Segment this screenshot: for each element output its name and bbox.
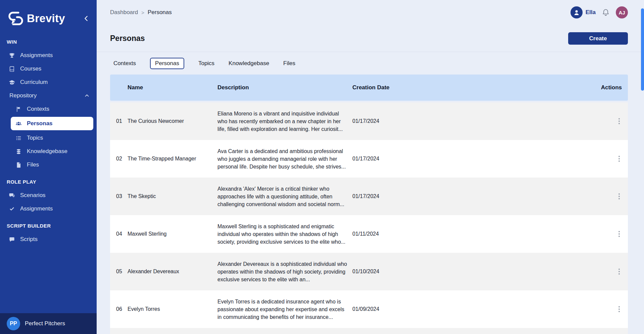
- sidebar-item-assignments[interactable]: Assignments: [0, 49, 97, 62]
- sidebar-section-label: ROLE PLAY: [0, 176, 97, 189]
- brand-name: Brevity: [27, 12, 65, 25]
- users-icon: [15, 120, 22, 127]
- app-window: Brevity WINAssignmentsCoursesCurriculumR…: [0, 0, 644, 334]
- breadcrumb: Dashboard > Personas: [110, 9, 172, 16]
- row-index: 01: [116, 118, 128, 124]
- tab-files[interactable]: Files: [283, 58, 295, 69]
- chat-icon: [9, 192, 15, 199]
- account-avatar[interactable]: AJ: [616, 6, 628, 18]
- chevron-up-icon: [84, 93, 90, 99]
- tab-contexts[interactable]: Contexts: [113, 58, 136, 69]
- brand-row: Brevity: [0, 0, 97, 28]
- sidebar-item-label: Contexts: [27, 106, 49, 112]
- row-description: Maxwell Sterling is a sophisticated and …: [217, 223, 352, 246]
- sidebar-item-personas[interactable]: Personas: [11, 117, 93, 130]
- sidebar-item-files[interactable]: Files: [0, 158, 97, 172]
- table-row[interactable]: 03The SkepticAlexandra 'Alex' Mercer is …: [110, 178, 628, 215]
- row-actions-kebab-icon[interactable]: [618, 156, 622, 162]
- table-row[interactable]: 06Evelyn TorresEvelyn Torres is a dedica…: [110, 290, 628, 328]
- sidebar-item-knowledgebase[interactable]: Knowledgebase: [0, 145, 97, 158]
- row-creation-date: 01/10/2024: [352, 269, 592, 275]
- row-index: 02: [116, 156, 128, 162]
- list-icon: [15, 135, 22, 141]
- row-name: Maxwell Sterling: [128, 231, 217, 237]
- table-row[interactable]: 01The Curious NewcomerEliana Moreno is a…: [110, 102, 628, 140]
- sidebar-item-label: Scripts: [20, 236, 38, 243]
- sidebar-item-topics[interactable]: Topics: [0, 131, 97, 145]
- row-name: The Skeptic: [128, 193, 217, 199]
- main-content: Dashboard > Personas Ella AJ Personas Cr: [97, 0, 644, 334]
- notifications-button[interactable]: [602, 8, 610, 16]
- brevity-logo-icon: [7, 9, 25, 28]
- sidebar-item-label: Assignments: [20, 52, 53, 59]
- sidebar-item-label: Personas: [27, 120, 53, 127]
- sidebar-item-scenarios[interactable]: Scenarios: [0, 189, 97, 202]
- row-name: The Curious Newcomer: [128, 118, 217, 124]
- graduation-cap-icon: [9, 79, 15, 86]
- sidebar-item-label: Knowledgebase: [27, 148, 67, 155]
- sidebar-section-label: WIN: [0, 36, 97, 49]
- row-actions-kebab-icon[interactable]: [618, 231, 622, 237]
- sidebar-item-repository[interactable]: Repository: [0, 89, 97, 102]
- workspace-avatar: PP: [7, 317, 20, 330]
- table-row[interactable]: 02The Time-Strapped ManagerAva Carter is…: [110, 140, 628, 178]
- table-row-partial: [110, 328, 628, 334]
- sidebar-item-assignments[interactable]: Assignments: [0, 202, 97, 216]
- tab-personas[interactable]: Personas: [150, 58, 184, 69]
- row-description: Alexandra 'Alex' Mercer is a critical th…: [217, 185, 352, 208]
- database-icon: [15, 148, 22, 155]
- sidebar-section: WINAssignmentsCoursesCurriculumRepositor…: [0, 36, 97, 172]
- breadcrumb-dashboard-link[interactable]: Dashboard: [110, 9, 138, 16]
- sidebar-section: SCRIPT BUILDERScripts: [0, 220, 97, 246]
- row-creation-date: 01/17/2024: [352, 156, 592, 162]
- user-cluster: Ella AJ: [571, 6, 628, 18]
- title-row: Personas Create: [110, 32, 628, 45]
- row-creation-date: 01/11/2024: [352, 231, 592, 237]
- vertical-scrollbar-thumb[interactable]: [641, 8, 644, 91]
- table-row[interactable]: 04Maxwell SterlingMaxwell Sterling is a …: [110, 215, 628, 253]
- flag-icon: [15, 106, 22, 112]
- column-actions: Actions: [601, 84, 622, 91]
- sidebar-item-label: Repository: [9, 92, 37, 99]
- list-icon: [15, 135, 22, 141]
- row-actions-kebab-icon[interactable]: [618, 269, 622, 275]
- row-creation-date: 01/17/2024: [352, 193, 592, 199]
- row-index: 06: [116, 306, 128, 312]
- row-creation-date: 01/17/2024: [352, 118, 592, 124]
- table-row[interactable]: 05Alexander DevereauxAlexander Devereaux…: [110, 253, 628, 290]
- row-actions-kebab-icon[interactable]: [618, 193, 622, 199]
- sidebar-item-curriculum[interactable]: Curriculum: [0, 76, 97, 89]
- page-title: Personas: [110, 34, 145, 43]
- personas-table: Name Description Creation Date Actions 0…: [110, 75, 628, 334]
- create-button[interactable]: Create: [568, 32, 628, 45]
- topbar: Dashboard > Personas Ella AJ: [110, 0, 628, 23]
- row-actions-kebab-icon[interactable]: [618, 306, 622, 312]
- sidebar-section: ROLE PLAYScenariosAssignments: [0, 176, 97, 216]
- person-icon: [573, 8, 581, 16]
- file-icon: [15, 162, 22, 168]
- trophy-icon: [8, 52, 15, 59]
- speech-icon: [8, 236, 15, 243]
- row-name: Evelyn Torres: [128, 306, 217, 312]
- column-name: Name: [128, 84, 217, 91]
- trophy-icon: [9, 52, 15, 59]
- table-header: Name Description Creation Date Actions: [110, 75, 628, 101]
- sidebar-item-label: Assignments: [20, 205, 53, 212]
- sidebar-item-scripts[interactable]: Scripts: [0, 233, 97, 246]
- row-actions-kebab-icon[interactable]: [618, 118, 622, 124]
- workspace-switcher[interactable]: PP Perfect Pitchers: [0, 313, 97, 334]
- bell-icon: [602, 8, 610, 16]
- tab-topics[interactable]: Topics: [198, 58, 214, 69]
- tab-knowledgebase[interactable]: Knowledgebase: [229, 58, 269, 69]
- sidebar-item-courses[interactable]: Courses: [0, 62, 97, 76]
- row-description: Ava Carter is a dedicated and ambitious …: [217, 147, 352, 171]
- file-icon: [15, 161, 22, 168]
- sidebar-item-label: Files: [27, 161, 39, 168]
- sidebar-item-label: Curriculum: [20, 79, 48, 86]
- chat-icon: [8, 192, 15, 199]
- user-menu[interactable]: Ella: [571, 6, 596, 18]
- tab-bar: ContextsPersonasTopicsKnowledgebaseFiles: [110, 58, 628, 69]
- sidebar-item-contexts[interactable]: Contexts: [0, 102, 97, 116]
- column-description: Description: [217, 84, 352, 91]
- sidebar-collapse-button[interactable]: [83, 15, 90, 22]
